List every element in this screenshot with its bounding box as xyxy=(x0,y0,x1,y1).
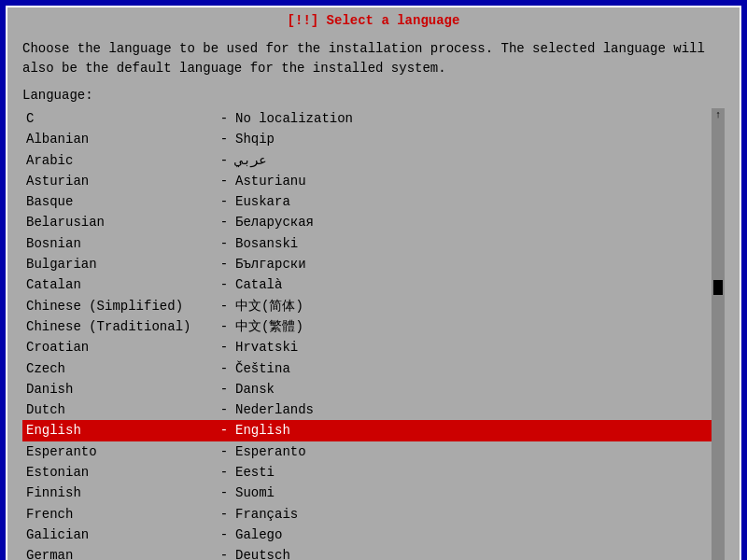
lang-name: English xyxy=(26,421,213,440)
description-line2: also be the default language for the ins… xyxy=(22,59,725,78)
scroll-thumb[interactable] xyxy=(713,280,723,295)
language-row[interactable]: Croatian-Hrvatski xyxy=(22,337,712,357)
language-row[interactable]: Estonian-Eesti xyxy=(22,462,712,483)
language-label: Language: xyxy=(22,88,725,103)
language-row[interactable]: Bosnian-Bosanski xyxy=(22,233,712,254)
lang-name: Czech xyxy=(26,359,213,378)
lang-dash: - xyxy=(213,505,235,524)
lang-native: English xyxy=(235,421,708,440)
language-row[interactable]: Finnish-Suomi xyxy=(22,483,712,503)
lang-name: Croatian xyxy=(26,338,213,357)
lang-native: No localization xyxy=(235,109,708,128)
lang-dash: - xyxy=(213,317,235,336)
lang-dash: - xyxy=(213,525,235,544)
lang-name: French xyxy=(26,505,213,524)
language-row[interactable]: Arabic-عربي xyxy=(22,150,712,171)
lang-native: Galego xyxy=(235,525,708,544)
lang-name: Basque xyxy=(26,192,213,211)
language-row[interactable]: Galician-Galego xyxy=(22,525,712,545)
lang-native: Nederlands xyxy=(235,400,708,419)
lang-name: Catalan xyxy=(26,275,213,294)
lang-native: Shqip xyxy=(235,130,708,148)
lang-name: Belarusian xyxy=(26,213,213,231)
lang-name: Chinese (Simplified) xyxy=(26,297,213,315)
lang-name: Esperanto xyxy=(26,442,213,461)
lang-name: Asturian xyxy=(26,172,213,190)
lang-native: Dansk xyxy=(235,380,708,399)
lang-name: Dutch xyxy=(26,400,213,419)
lang-dash: - xyxy=(213,151,235,170)
lang-native: 中文(简体) xyxy=(235,297,708,315)
lang-name: Chinese (Traditional) xyxy=(26,317,213,336)
lang-native: 中文(繁體) xyxy=(235,317,708,336)
lang-native: Asturianu xyxy=(235,172,708,190)
lang-dash: - xyxy=(213,192,235,211)
language-row[interactable]: Albanian-Shqip xyxy=(22,129,712,149)
language-row[interactable]: Czech-Čeština xyxy=(22,358,712,379)
language-row[interactable]: Chinese (Traditional)-中文(繁體) xyxy=(22,316,712,337)
lang-name: Danish xyxy=(26,380,213,399)
lang-native: Čeština xyxy=(235,359,708,378)
language-row[interactable]: German-Deutsch xyxy=(22,545,712,560)
lang-name: Estonian xyxy=(26,463,213,482)
language-row[interactable]: Asturian-Asturianu xyxy=(22,171,712,191)
lang-dash: - xyxy=(213,172,235,190)
lang-dash: - xyxy=(213,213,235,231)
lang-dash: - xyxy=(213,255,235,273)
lang-dash: - xyxy=(213,546,235,560)
lang-dash: - xyxy=(213,234,235,253)
lang-native: Català xyxy=(235,275,708,294)
lang-name: Arabic xyxy=(26,151,213,170)
lang-dash: - xyxy=(213,442,235,461)
lang-native: Esperanto xyxy=(235,442,708,461)
window-title: [!!] Select a language xyxy=(288,13,460,28)
lang-dash: - xyxy=(213,297,235,315)
lang-native: عربي xyxy=(235,151,708,170)
lang-name: C xyxy=(26,109,213,128)
lang-native: Bosanski xyxy=(235,234,708,253)
lang-dash: - xyxy=(213,130,235,148)
language-row[interactable]: Catalan-Català xyxy=(22,274,712,295)
lang-dash: - xyxy=(213,338,235,357)
language-row[interactable]: C-No localization xyxy=(22,108,712,129)
description-line1: Choose the language to be used for the i… xyxy=(22,39,725,59)
lang-native: Hrvatski xyxy=(235,338,708,357)
language-row[interactable]: Belarusian-Беларуская xyxy=(22,212,712,232)
scroll-up-arrow[interactable]: ↑ xyxy=(715,109,722,120)
title-bar: [!!] Select a language xyxy=(7,7,740,32)
lang-name: Albanian xyxy=(26,130,213,148)
lang-native: Euskara xyxy=(235,192,708,211)
description: Choose the language to be used for the i… xyxy=(22,39,725,78)
language-row[interactable]: Basque-Euskara xyxy=(22,191,712,212)
language-row[interactable]: Dutch-Nederlands xyxy=(22,399,712,420)
language-row[interactable]: Danish-Dansk xyxy=(22,379,712,399)
lang-native: Беларуская xyxy=(235,213,708,231)
lang-dash: - xyxy=(213,109,235,128)
scrollbar[interactable]: ↑ ↓ xyxy=(712,108,725,560)
language-list: C-No localizationAlbanian-ShqipArabic-عر… xyxy=(22,108,712,560)
lang-native: Български xyxy=(235,255,708,273)
language-row[interactable]: English-English xyxy=(22,420,712,441)
lang-dash: - xyxy=(213,380,235,399)
lang-name: Bulgarian xyxy=(26,255,213,273)
lang-name: Bosnian xyxy=(26,234,213,253)
lang-dash: - xyxy=(213,275,235,294)
lang-name: Galician xyxy=(26,525,213,544)
lang-dash: - xyxy=(213,483,235,502)
lang-native: Français xyxy=(235,505,708,524)
lang-dash: - xyxy=(213,421,235,440)
lang-dash: - xyxy=(213,400,235,419)
language-row[interactable]: French-Français xyxy=(22,504,712,525)
lang-name: Finnish xyxy=(26,483,213,502)
lang-dash: - xyxy=(213,359,235,378)
lang-native: Deutsch xyxy=(235,546,708,560)
language-row[interactable]: Bulgarian-Български xyxy=(22,254,712,274)
lang-dash: - xyxy=(213,463,235,482)
lang-native: Suomi xyxy=(235,483,708,502)
language-row[interactable]: Chinese (Simplified)-中文(简体) xyxy=(22,296,712,316)
lang-native: Eesti xyxy=(235,463,708,482)
language-row[interactable]: Esperanto-Esperanto xyxy=(22,441,712,462)
lang-name: German xyxy=(26,546,213,560)
